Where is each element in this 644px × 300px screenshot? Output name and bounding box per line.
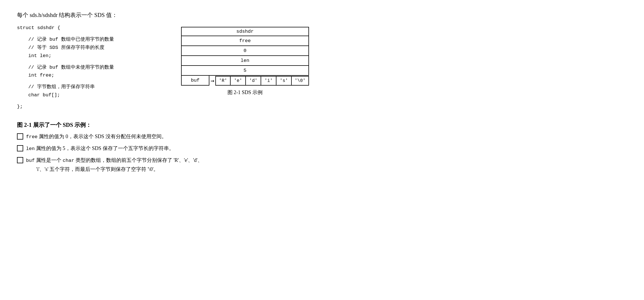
comment1a-line: // 记录 buf 数组中已使用字节的数量 — [17, 36, 164, 44]
diagram-body: free 0 len 5 buf → 'R''e''d''i''s''\0' — [181, 36, 309, 86]
bullet-item-buf: buf 属性是一个 char 类型的数组，数组的前五个字节分别保存了 'R'、'… — [17, 156, 627, 173]
struct-diagram: sdshdr free 0 len 5 buf → 'R''e''d''i''s… — [181, 27, 309, 86]
diagram-free-label: free — [181, 36, 309, 46]
code-free: free — [26, 134, 38, 140]
comment2a-line: // 记录 buf 数组中未使用字节的数量 — [17, 64, 164, 72]
bullet-icon-len — [17, 145, 23, 151]
struct-open-line: struct sdshdr { — [17, 24, 164, 32]
struct-close-line: }; — [17, 103, 164, 111]
field-buf-line: char buf[]; — [17, 91, 164, 99]
section-title: 图 2-1 展示了一个 SDS 示例： — [17, 121, 627, 129]
code-section: struct sdshdr { // 记录 buf 数组中已使用字节的数量 //… — [17, 24, 164, 116]
diagram-header: sdshdr — [181, 27, 309, 36]
comment3a-line: // 字节数组，用于保存字符串 — [17, 83, 164, 91]
diagram-section: sdshdr free 0 len 5 buf → 'R''e''d''i''s… — [181, 27, 309, 96]
field-len-line: int len; — [17, 52, 164, 60]
bullet-item-free: free 属性的值为 0，表示这个 SDS 没有分配任何未使用空间。 — [17, 132, 627, 141]
code-char: char — [63, 158, 74, 163]
buf-cells: 'R''e''d''i''s''\0' — [215, 76, 309, 86]
bullet-text-len: len 属性的值为 5，表示这个 SDS 保存了一个五字节长的字符串。 — [26, 144, 627, 153]
bullet-icon-buf — [17, 157, 23, 163]
diagram-free-value: 0 — [181, 46, 309, 56]
buf-cell-1: 'e' — [231, 76, 246, 86]
page-heading: 每个 sds.h/sdshdr 结构表示一个 SDS 值： — [17, 11, 627, 19]
bullet-list: free 属性的值为 0，表示这个 SDS 没有分配任何未使用空间。 len 属… — [17, 132, 627, 173]
buf-cell-2: 'd' — [246, 76, 261, 86]
diagram-buf-row: buf → 'R''e''d''i''s''\0' — [181, 76, 309, 86]
bullet-icon-free — [17, 133, 23, 140]
field-free-line: int free; — [17, 71, 164, 80]
arrow-icon: → — [211, 77, 214, 84]
main-content-row: struct sdshdr { // 记录 buf 数组中已使用字节的数量 //… — [17, 24, 627, 116]
buf-cell-4: 's' — [276, 76, 292, 86]
code-block: struct sdshdr { // 记录 buf 数组中已使用字节的数量 //… — [17, 24, 164, 111]
diagram-buf-label: buf — [181, 76, 209, 86]
bullet-text-buf: buf 属性是一个 char 类型的数组，数组的前五个字节分别保存了 'R'、'… — [26, 156, 627, 173]
diagram-len-label: len — [181, 56, 309, 66]
buf-array: → 'R''e''d''i''s''\0' — [209, 76, 309, 86]
code-buf: buf — [26, 158, 35, 163]
buf-cell-5: '\0' — [292, 76, 309, 86]
diagram-len-value: 5 — [181, 66, 309, 76]
bullet-text-free: free 属性的值为 0，表示这个 SDS 没有分配任何未使用空间。 — [26, 132, 627, 141]
buf-cell-3: 'i' — [261, 76, 276, 86]
code-len: len — [26, 146, 35, 151]
comment1b-line: // 等于 SDS 所保存字符串的长度 — [17, 44, 164, 52]
buf-cell-0: 'R' — [215, 76, 231, 86]
bullet-item-len: len 属性的值为 5，表示这个 SDS 保存了一个五字节长的字符串。 — [17, 144, 627, 153]
diagram-caption: 图 2-1 SDS 示例 — [227, 89, 263, 96]
